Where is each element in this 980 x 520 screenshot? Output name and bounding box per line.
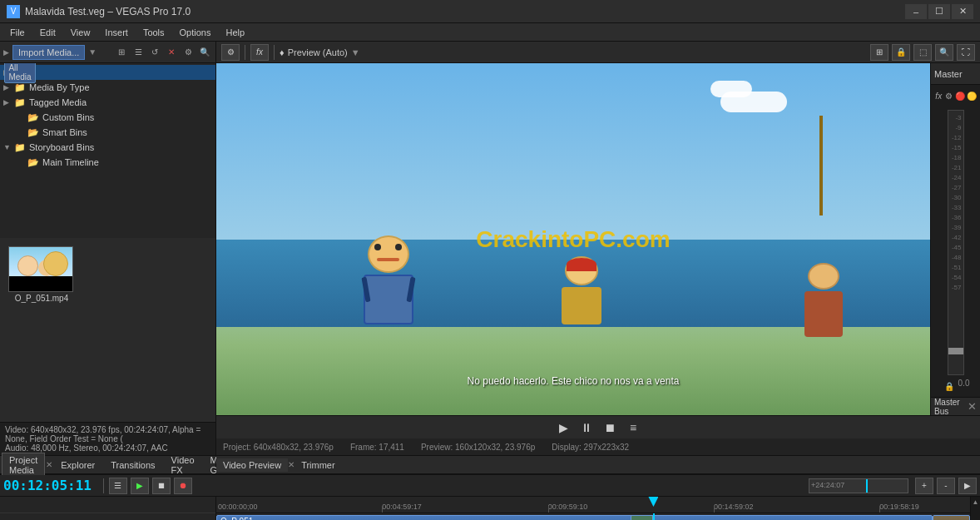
tree-label: Storyboard Bins — [29, 142, 94, 152]
media-list-button[interactable]: ☰ — [131, 45, 146, 60]
fader-handle[interactable] — [948, 348, 963, 354]
preview-area: No puedo hacerlo. Este chico no nos va a… — [216, 63, 930, 415]
expand-icon — [17, 158, 27, 166]
preview-fullscreen-btn[interactable]: ⛶ — [957, 44, 975, 61]
ruler-mark-2: 00:09:59:10 — [548, 503, 588, 511]
preview-snap-btn[interactable]: 🔒 — [892, 44, 910, 61]
menu-file[interactable]: File — [3, 26, 32, 39]
tab-trimmer[interactable]: Trimmer — [294, 458, 342, 472]
video-clip-right[interactable] — [933, 515, 970, 520]
timeline-play-btn[interactable]: ▶ — [131, 478, 149, 494]
position-label: +24:24:07 — [809, 481, 844, 489]
close-button[interactable]: ✕ — [952, 4, 973, 19]
tree-item-storyboard-bins[interactable]: ▼ 📁 Storyboard Bins — [0, 140, 215, 155]
project-media-close[interactable]: ✕ — [46, 460, 52, 469]
preview-grid-btn[interactable]: ⊞ — [870, 44, 888, 61]
preview-zoom-btn[interactable]: 🔍 — [935, 44, 953, 61]
tab-explorer[interactable]: Explorer — [53, 458, 102, 473]
menu-insert[interactable]: Insert — [98, 26, 135, 39]
menu-help[interactable]: Help — [219, 26, 251, 39]
expand-icon — [17, 113, 27, 121]
timeline-zoom-out[interactable]: - — [937, 478, 955, 494]
tab-video-preview[interactable]: Video Preview — [216, 458, 288, 472]
tree-item-smart-bins[interactable]: 📂 Smart Bins — [0, 125, 215, 140]
import-media-button[interactable]: Import Media... — [12, 45, 85, 60]
master-fx-btn[interactable]: fx — [934, 88, 943, 103]
menu-edit[interactable]: Edit — [33, 26, 62, 39]
master-bus-close[interactable]: ✕ — [968, 400, 977, 413]
tree-item-media-by-type[interactable]: ▶ 📁 Media By Type — [0, 80, 215, 95]
media-refresh-button[interactable]: ↺ — [147, 45, 162, 60]
minimize-button[interactable]: – — [905, 4, 927, 19]
maximize-button[interactable]: ☐ — [928, 4, 950, 19]
preview-and-sidebar: No puedo hacerlo. Este chico no nos va a… — [216, 63, 980, 415]
timeline-tracks: 00:00:00;00 00:04:59:17 00:09:59:10 00:1… — [216, 497, 970, 520]
media-tree: ▶ All Media ▶ 📁 Media By Type ▶ 📁 Tagged… — [0, 63, 215, 238]
expand-icon: ▶ — [3, 83, 13, 92]
timeline-record-btn[interactable]: ⏺ — [174, 478, 192, 494]
timeline-position-bar[interactable]: +24:24:07 — [809, 478, 908, 493]
display-info: Display: 297x223x32 — [552, 443, 629, 452]
clip-label: O_P 051 — [217, 515, 256, 520]
fader-scale: -3-9-12-15-18 -21-24-27-30-33 -36-39-42-… — [948, 110, 964, 375]
media-settings-button[interactable]: ⚙ — [181, 45, 196, 60]
tree-item-main-timeline[interactable]: 📂 Main Timeline — [0, 155, 215, 170]
preview-mode-label: ♦ — [280, 47, 285, 57]
media-thumbnail[interactable]: O_P_051.mp4 — [8, 246, 75, 303]
preview-play-btn[interactable]: ▶ — [554, 420, 572, 435]
preview-fx-btn[interactable]: fx — [250, 44, 269, 61]
master-label: Master — [934, 69, 963, 79]
master-fx-controls: fx ⚙ 🔴 🟡 — [931, 85, 980, 106]
char-big — [359, 235, 418, 327]
tree-item-custom-bins[interactable]: 📂 Custom Bins — [0, 110, 215, 125]
tree-item-all-media[interactable]: ▶ All Media — [0, 65, 215, 80]
tab-transitions[interactable]: Transitions — [103, 458, 162, 473]
tab-video-fx[interactable]: Video FX — [164, 453, 202, 478]
master-settings-btn[interactable]: ⚙ — [945, 88, 954, 103]
menu-view[interactable]: View — [64, 26, 97, 39]
media-file-name: O_P_051.mp4 — [8, 294, 75, 303]
tab-project-media[interactable]: Project Media — [2, 453, 45, 478]
timeline-settings-btn[interactable]: ☰ — [109, 478, 127, 494]
app-title: Malavida Test.veg – VEGAS Pro 17.0 — [25, 6, 905, 17]
app-icon: V — [7, 5, 20, 18]
info-bar: Video: 640x480x32, 23.976 fps, 00:24:24:… — [0, 422, 215, 455]
playhead-marker — [648, 497, 658, 507]
tree-label: Main Timeline — [42, 157, 99, 167]
timeline-scrollbar-vertical[interactable]: ▲ ▼ — [970, 497, 980, 520]
video-preview-close[interactable]: ✕ — [288, 460, 294, 469]
separator — [245, 45, 245, 60]
tree-label: Custom Bins — [42, 112, 94, 122]
menu-tools[interactable]: Tools — [136, 26, 171, 39]
preview-stop-btn[interactable]: ⏹ — [601, 420, 619, 435]
fader-lock-btn[interactable]: 🔒 — [942, 379, 957, 394]
video-clip-main[interactable]: O_P 051 — [216, 515, 933, 520]
ship-mast — [819, 116, 823, 215]
separator — [103, 478, 104, 493]
folder-icon: 📂 — [27, 126, 40, 138]
preview-settings-btn[interactable]: ⚙ — [221, 44, 240, 61]
menu-options[interactable]: Options — [173, 26, 218, 39]
media-search-button[interactable]: 🔍 — [197, 45, 212, 60]
preview-controls: ▶ ⏸ ⏹ ≡ — [216, 415, 980, 438]
media-view-button[interactable]: ⊞ — [114, 45, 129, 60]
preview-pause-btn[interactable]: ⏸ — [577, 420, 596, 435]
timeline-content: ☰ M S O_P 051 fx ☰ Level: 100.0 % ⊟ ☰ M … — [0, 497, 980, 520]
scroll-up-btn[interactable]: ▲ — [973, 498, 979, 506]
preview-loop-btn[interactable]: ≡ — [624, 420, 642, 435]
timeline-zoom-in[interactable]: + — [915, 478, 933, 494]
master-plug2-btn[interactable]: 🟡 — [967, 88, 977, 103]
master-fader: -3-9-12-15-18 -21-24-27-30-33 -36-39-42-… — [931, 106, 980, 397]
media-close-button[interactable]: ✕ — [164, 45, 179, 60]
folder-icon: All Media — [13, 67, 27, 78]
tree-item-tagged-media[interactable]: ▶ 📁 Tagged Media — [0, 95, 215, 110]
master-plug1-btn[interactable]: 🔴 — [955, 88, 965, 103]
video-clip-thumb1[interactable] — [631, 515, 653, 520]
preview-safe-btn[interactable]: ⬚ — [913, 44, 932, 61]
menu-bar: File Edit View Insert Tools Options Help — [0, 23, 980, 42]
timeline-stop-btn[interactable]: ⏹ — [152, 478, 171, 494]
window-controls: – ☐ ✕ — [905, 4, 973, 19]
cloud2 — [710, 81, 752, 97]
folder-icon: 📁 — [13, 82, 27, 93]
timeline-scroll-right[interactable]: ▶ — [958, 478, 977, 494]
